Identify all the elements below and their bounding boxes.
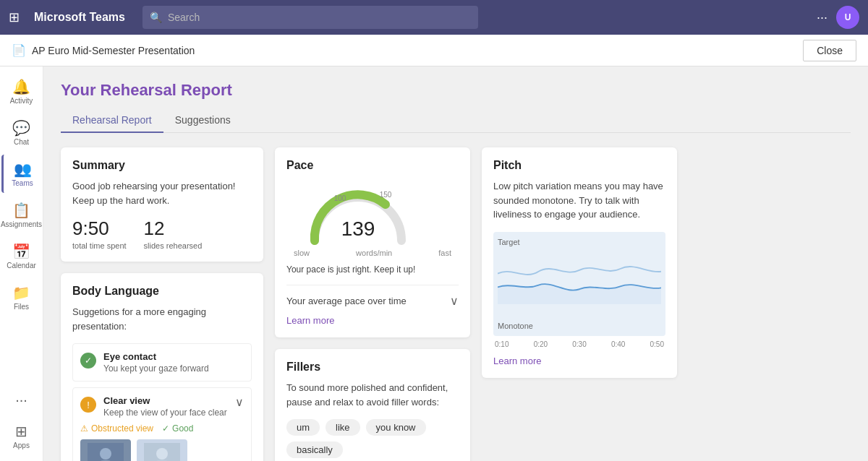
warn-dot: ⚠ [80, 423, 88, 434]
body-language-card: Body Language Suggetions for a more enga… [61, 273, 263, 461]
sidebar-item-teams[interactable]: 👥 Teams [1, 155, 42, 193]
time-label-2: 0:20 [534, 340, 548, 348]
time-label: total time spent [72, 241, 127, 250]
sidebar-item-chat[interactable]: 💬 Chat [1, 113, 42, 152]
main-content: Your Rehearsal Report Rehearsal Report S… [43, 66, 868, 461]
summary-stats: 9:50 total time spent 12 slides rehearse… [72, 217, 252, 250]
presentation-icon: 📄 [12, 43, 26, 57]
cards-row: Summary Good job rehearsing your present… [61, 147, 851, 461]
sidebar-item-calendar[interactable]: 📅 Calendar [1, 237, 42, 275]
sidebar-label-apps: Apps [13, 441, 30, 449]
pace-feedback: Your pace is just right. Keep it up! [286, 264, 459, 275]
clear-view-chevron-down-icon[interactable]: ∨ [235, 395, 244, 409]
svg-point-4 [156, 448, 168, 460]
pitch-monotone-legend: Monotone [498, 322, 661, 330]
obstructed-view-tag: ⚠ Obstructed view [80, 423, 153, 434]
more-icon: ··· [15, 392, 27, 408]
eye-contact-desc: You kept your gaze forward [103, 363, 209, 374]
sidebar: 🔔 Activity 💬 Chat 👥 Teams 📋 Assignments … [0, 66, 43, 461]
summary-text: Good job rehearsing your presentation! K… [72, 179, 252, 207]
sub-header-left: 📄 AP Euro Mid-Semester Presentation [12, 43, 195, 57]
clear-view-images [80, 439, 244, 461]
clear-view-desc: Keep the view of your face clear [103, 408, 227, 418]
filler-tags: um like you know basically [286, 419, 459, 458]
pitch-time-labels: 0:10 0:20 0:30 0:40 0:50 [493, 340, 665, 348]
time-value: 9:50 [72, 217, 127, 240]
sidebar-label-assignments: Assignments [1, 220, 42, 228]
clear-view-tags: ⚠ Obstructed view ✓ Good [80, 423, 244, 434]
clear-view-text: Clear view Keep the view of your face cl… [103, 395, 227, 418]
tab-suggestions[interactable]: Suggestions [163, 108, 242, 133]
filler-tag-um: um [286, 419, 320, 436]
eye-contact-item: ✓ Eye contact You kept your gaze forward [72, 343, 252, 382]
stat-time: 9:50 total time spent [72, 217, 127, 250]
sidebar-item-assignments[interactable]: 📋 Assignments [1, 196, 42, 234]
app-title: Microsoft Teams [34, 11, 125, 24]
summary-title: Summary [72, 159, 252, 172]
sidebar-item-activity[interactable]: 🔔 Activity [1, 72, 42, 111]
more-options-icon[interactable]: ··· [817, 10, 827, 25]
pace-avg-section[interactable]: Your average pace over time ∨ [286, 285, 459, 308]
slides-value: 12 [144, 217, 203, 240]
svg-point-1 [100, 448, 111, 460]
apps-icon: ⊞ [15, 423, 27, 440]
search-input[interactable] [168, 12, 471, 23]
grid-icon[interactable]: ⊞ [9, 9, 20, 25]
sidebar-label-calendar: Calendar [7, 262, 36, 270]
eye-contact-check-icon: ✓ [80, 353, 96, 369]
eye-contact-text: Eye contact You kept your gaze forward [103, 351, 209, 374]
svg-text:100: 100 [334, 194, 346, 202]
body-language-title: Body Language [72, 285, 252, 298]
sidebar-label-activity: Activity [10, 97, 33, 105]
time-label-4: 0:40 [611, 340, 625, 348]
files-icon: 📁 [12, 284, 30, 301]
pitch-target-legend: Target [498, 238, 661, 246]
pitch-learn-more[interactable]: Learn more [493, 356, 665, 366]
sidebar-item-apps[interactable]: ⊞ Apps [1, 417, 42, 455]
right-column: Pitch Low pitch variation means you may … [482, 147, 677, 378]
clear-view-header: ! Clear view Keep the view of your face … [80, 395, 244, 418]
time-label-1: 0:10 [495, 340, 509, 348]
svg-text:150: 150 [380, 191, 392, 199]
top-nav: ⊞ Microsoft Teams 🔍 ··· U [0, 0, 868, 35]
time-label-3: 0:30 [572, 340, 586, 348]
middle-column: Pace 100 150 139 [275, 147, 470, 461]
pace-learn-more[interactable]: Learn more [286, 315, 459, 326]
clear-view-title: Clear view [103, 395, 227, 406]
avg-pace-chevron-icon: ∨ [450, 294, 459, 308]
pitch-card: Pitch Low pitch variation means you may … [482, 147, 677, 378]
presentation-title: AP Euro Mid-Semester Presentation [32, 45, 195, 56]
search-icon: 🔍 [150, 12, 162, 23]
search-bar[interactable]: 🔍 [142, 6, 478, 29]
tab-rehearsal-report[interactable]: Rehearsal Report [61, 108, 163, 133]
filler-tag-you-know: you know [366, 419, 426, 436]
time-label-5: 0:50 [650, 340, 664, 348]
calendar-icon: 📅 [12, 243, 30, 260]
fillers-text: To sound more polished and confident, pa… [286, 381, 459, 409]
svg-text:139: 139 [341, 217, 375, 240]
pitch-title: Pitch [493, 159, 665, 172]
avg-pace-label: Your average pace over time [286, 296, 407, 306]
sidebar-label-teams: Teams [12, 179, 33, 187]
pitch-text: Low pitch variation means you may have s… [493, 179, 665, 222]
slides-label: slides rehearsed [144, 241, 203, 250]
pitch-chart [498, 248, 661, 313]
pace-gauge: 100 150 139 [300, 179, 416, 251]
body-language-subtitle: Suggetions for a more engaging presentat… [72, 305, 252, 333]
sidebar-label-chat: Chat [14, 138, 29, 146]
chat-icon: 💬 [12, 119, 30, 137]
avatar[interactable]: U [836, 6, 859, 29]
assignments-icon: 📋 [12, 202, 30, 219]
pace-title: Pace [286, 159, 459, 172]
clear-view-item: ! Clear view Keep the view of your face … [72, 387, 252, 461]
page-title: Your Rehearsal Report [61, 81, 851, 100]
good-check: ✓ [162, 423, 169, 434]
pace-card: Pace 100 150 139 [275, 147, 470, 337]
eye-contact-title: Eye contact [103, 351, 209, 362]
sidebar-label-files: Files [14, 303, 29, 311]
stat-slides: 12 slides rehearsed [144, 217, 203, 250]
sidebar-item-files[interactable]: 📁 Files [1, 278, 42, 316]
close-button[interactable]: Close [803, 40, 856, 61]
sidebar-item-more[interactable]: ··· [1, 386, 42, 414]
tabs: Rehearsal Report Suggestions [61, 108, 851, 133]
